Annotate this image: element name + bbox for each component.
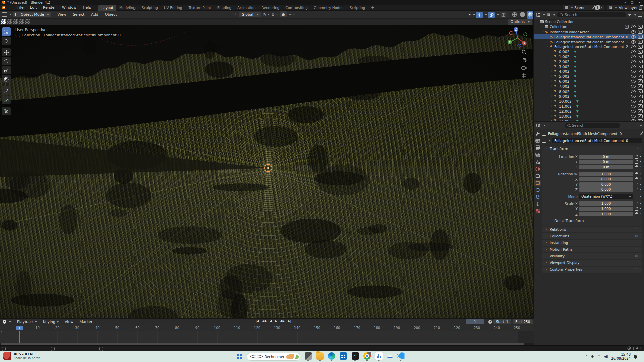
outliner-row-8-002[interactable]: ›8.002▼ bbox=[534, 89, 644, 94]
menu-file[interactable]: File bbox=[15, 5, 26, 10]
viewport-menu-select[interactable]: Select bbox=[70, 12, 87, 17]
outliner-row-9-002[interactable]: ›9.002▼ bbox=[534, 94, 644, 99]
edge-browser-icon[interactable] bbox=[328, 352, 335, 360]
timeline-expand-icon[interactable]: › bbox=[1, 330, 2, 334]
properties-tab-scene[interactable] bbox=[534, 159, 541, 165]
lock-icon[interactable] bbox=[635, 166, 638, 169]
unlink-scene-icon[interactable]: × bbox=[600, 6, 603, 9]
properties-tab-tool[interactable] bbox=[534, 131, 541, 137]
xray-toggle[interactable] bbox=[500, 12, 507, 18]
outliner-row-scene-collection[interactable]: Scene Collection bbox=[534, 19, 644, 24]
value-field[interactable]: 0 m bbox=[579, 165, 633, 169]
network-globe-icon[interactable]: ⊕ bbox=[591, 354, 594, 359]
show-desktop-button[interactable] bbox=[641, 353, 641, 360]
disable-render-camera-icon[interactable] bbox=[638, 75, 643, 78]
lock-icon[interactable] bbox=[635, 173, 638, 176]
tool-scale-button[interactable] bbox=[2, 66, 11, 74]
outliner-row-6-002[interactable]: ›6.002▼ bbox=[534, 79, 644, 84]
hide-eye-icon[interactable] bbox=[631, 55, 636, 58]
tool-annotate-button[interactable] bbox=[2, 86, 11, 95]
lock-icon[interactable] bbox=[635, 208, 638, 211]
tool-move-button[interactable] bbox=[2, 48, 11, 56]
outliner-row-10-002[interactable]: ›10.002▼ bbox=[534, 99, 644, 104]
transform-panel-header[interactable]: › Transform ≡ bbox=[542, 146, 642, 152]
menu-render[interactable]: Render bbox=[40, 5, 59, 10]
properties-search-input[interactable]: Search bbox=[565, 123, 620, 128]
new-scene-icon[interactable] bbox=[595, 6, 599, 10]
hide-eye-icon[interactable] bbox=[631, 110, 636, 113]
expand-icon[interactable]: › bbox=[550, 115, 554, 118]
select-mode-set-button[interactable] bbox=[1, 19, 6, 24]
expand-icon[interactable]: › bbox=[550, 75, 554, 78]
hide-eye-icon[interactable] bbox=[631, 35, 636, 39]
tool-select-box-button[interactable] bbox=[2, 27, 11, 36]
disable-render-camera-icon[interactable] bbox=[638, 114, 643, 118]
animate-dot-icon[interactable]: • bbox=[639, 213, 642, 216]
disable-render-camera-icon[interactable] bbox=[638, 84, 643, 88]
pin-icon[interactable] bbox=[640, 132, 643, 135]
hide-eye-icon[interactable] bbox=[631, 75, 636, 78]
disable-render-camera-icon[interactable] bbox=[638, 35, 643, 39]
tray-overflow-chevron[interactable]: ⌃ bbox=[585, 355, 588, 358]
shading-material-button[interactable] bbox=[527, 11, 534, 19]
lock-icon[interactable] bbox=[635, 161, 638, 164]
hide-eye-icon[interactable] bbox=[631, 115, 636, 118]
expand-icon[interactable]: › bbox=[550, 50, 554, 53]
properties-tab-world[interactable] bbox=[534, 166, 541, 172]
hide-eye-icon[interactable] bbox=[631, 40, 636, 44]
frame-start-field[interactable]: Start 1 bbox=[493, 319, 511, 324]
section-visibility[interactable]: ›Visibility∷∷ bbox=[542, 253, 642, 259]
expand-icon[interactable]: › bbox=[550, 110, 554, 113]
select-mode-intersect-button[interactable] bbox=[25, 19, 30, 24]
outliner-row-foliageinstancedstaticmeshcomponent-1[interactable]: ›FoliageInstancedStaticMeshComponent_1Ψ1… bbox=[534, 39, 644, 44]
hide-eye-icon[interactable] bbox=[631, 45, 636, 48]
terminal-icon[interactable]: >_ bbox=[352, 352, 359, 360]
object-type-visibility-dropdown[interactable] bbox=[468, 12, 475, 18]
properties-editor-type-icon[interactable] bbox=[536, 124, 540, 128]
viewport-canvas[interactable]: User Perspective (1) Collection | Foliag… bbox=[0, 25, 534, 318]
new-viewlayer-icon[interactable] bbox=[639, 6, 642, 10]
timeline-scrollbar[interactable] bbox=[0, 343, 534, 345]
start-button[interactable] bbox=[237, 354, 242, 359]
select-mode-subtract-button[interactable] bbox=[13, 19, 18, 24]
value-field[interactable]: 0.000 bbox=[579, 187, 633, 192]
play-reverse-button[interactable]: ◀ bbox=[270, 319, 272, 323]
menu-window[interactable]: Window bbox=[59, 5, 79, 10]
tool-measure-button[interactable] bbox=[2, 96, 11, 104]
workspace-tab-compositing[interactable]: Compositing bbox=[282, 5, 311, 11]
properties-tab-view-layer[interactable] bbox=[534, 152, 541, 158]
pan-hand-icon[interactable] bbox=[522, 58, 527, 63]
hide-eye-icon[interactable] bbox=[631, 80, 636, 83]
properties-tab-texture[interactable] bbox=[534, 208, 541, 214]
timeline-menu-keying[interactable]: Keying bbox=[40, 319, 61, 324]
expand-icon[interactable]: › bbox=[550, 70, 554, 73]
drag-handle-icon[interactable]: ∷∷ bbox=[635, 241, 640, 244]
volume-icon[interactable]: ◀) bbox=[604, 354, 608, 359]
section-custom-properties[interactable]: ›Custom Properties∷∷ bbox=[542, 267, 642, 273]
outliner-row-foliageinstancedstaticmeshcomponent-0[interactable]: ›FoliageInstancedStaticMeshComponent_0Ψ1… bbox=[534, 34, 644, 39]
disable-render-camera-icon[interactable] bbox=[638, 70, 643, 73]
new-collection-icon[interactable] bbox=[638, 13, 642, 17]
clock-widget[interactable]: 15:48 26/08/2024 bbox=[611, 353, 631, 361]
animate-dot-icon[interactable]: • bbox=[639, 178, 642, 181]
animate-dot-icon[interactable]: • bbox=[639, 188, 642, 191]
filter-icon[interactable] bbox=[628, 14, 631, 16]
show-gizmo-toggle[interactable] bbox=[476, 12, 483, 18]
hide-eye-icon[interactable] bbox=[631, 60, 636, 63]
workspace-tab-geometry-nodes[interactable]: Geometry Nodes bbox=[311, 5, 346, 11]
outliner-row-1-002[interactable]: ›1.002▼ bbox=[534, 54, 644, 59]
hide-eye-icon[interactable] bbox=[631, 65, 636, 68]
animate-dot-icon[interactable]: • bbox=[639, 173, 642, 176]
hide-eye-icon[interactable] bbox=[631, 25, 636, 28]
zoom-icon[interactable] bbox=[522, 50, 527, 55]
outliner-row-4-002[interactable]: ›4.002▼ bbox=[534, 69, 644, 74]
properties-tab-physics[interactable] bbox=[534, 194, 541, 200]
value-field[interactable]: 1.000 bbox=[579, 201, 633, 206]
animate-dot-icon[interactable]: • bbox=[639, 166, 642, 169]
properties-tab-render[interactable] bbox=[534, 138, 541, 144]
lock-icon[interactable] bbox=[635, 184, 638, 186]
workspace-tab-modeling[interactable]: Modeling bbox=[116, 5, 139, 11]
hide-eye-icon[interactable] bbox=[631, 105, 636, 108]
exclude-checkbox[interactable]: ✓ bbox=[625, 25, 629, 29]
jump-to-start-button[interactable]: |◀ bbox=[256, 319, 259, 323]
